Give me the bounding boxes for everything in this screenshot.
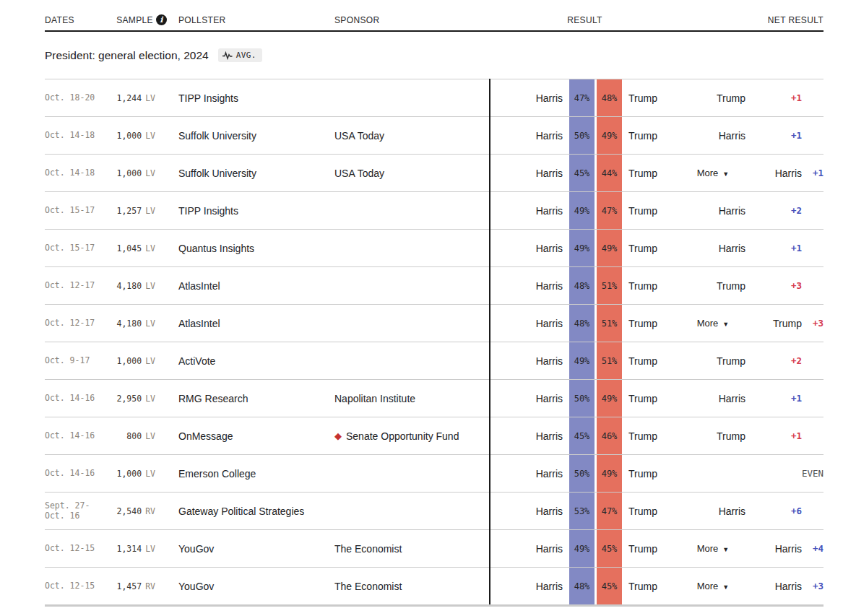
rep-result-cell: 51%: [597, 305, 622, 342]
rep-result-cell: 45%: [597, 530, 622, 567]
sample-type: RV: [145, 581, 155, 591]
dem-candidate-label: Harris: [489, 305, 569, 342]
pollster-name: TIPP Insights: [178, 79, 334, 116]
poll-dates: Oct. 15-17: [45, 230, 113, 266]
sponsor-name: ◆: [334, 493, 489, 529]
poll-sample: 1,000 LV: [113, 155, 155, 191]
sample-type: LV: [145, 93, 155, 103]
dem-candidate-label: Harris: [489, 455, 569, 492]
dem-result-cell: 45%: [569, 155, 595, 191]
sample-size: 1,045: [117, 243, 142, 253]
more-dropdown-button[interactable]: More ▼: [680, 530, 745, 567]
dem-result-cell: 50%: [569, 380, 595, 417]
sponsor-name: ◆ The Economist: [334, 568, 489, 604]
net-leader-label: Trump: [680, 342, 745, 379]
sample-size: 1,000: [117, 469, 142, 479]
dem-candidate-label: Harris: [489, 267, 569, 304]
sample-type: LV: [145, 281, 155, 291]
sample-size: 1,314: [117, 544, 142, 554]
table-header-row: DATES SAMPLE i POLLSTER SPONSOR RESULT N…: [45, 0, 823, 32]
sponsor-label: USA Today: [334, 168, 384, 179]
sample-size: 800: [126, 431, 142, 441]
sponsor-name: ◆: [334, 305, 489, 342]
poll-dates: Oct. 14-18: [45, 117, 113, 154]
poll-dates: Oct. 15-17: [45, 192, 113, 229]
table-row: Oct. 9-17 1,000 LV ActiVote ◆ Harris 49%…: [45, 342, 823, 379]
table-row: Oct. 14-18 1,000 LV Suffolk University ◆…: [45, 154, 823, 191]
rep-result-cell: 44%: [597, 155, 622, 191]
sponsor-name: ◆ The Economist: [334, 530, 489, 567]
sponsor-label: Napolitan Institute: [334, 393, 415, 404]
pollster-name: AtlasIntel: [178, 267, 334, 304]
table-row: Oct. 12-17 4,180 LV AtlasIntel ◆ Harris …: [45, 304, 823, 342]
more-dropdown-button[interactable]: More ▼: [680, 155, 745, 191]
rep-candidate-label: Trump: [622, 417, 680, 454]
net-margin-value: +3: [802, 568, 823, 604]
dem-result-cell: 49%: [569, 342, 595, 379]
pollster-name: Gateway Political Strategies: [178, 493, 334, 529]
net-margin-value: +3: [745, 267, 802, 304]
poll-sample: 1,000 LV: [113, 455, 155, 492]
result-divider-line: [489, 79, 490, 604]
sponsor-name: ◆ USA Today: [334, 117, 489, 154]
more-dropdown-button[interactable]: More ▼: [680, 568, 745, 604]
net-margin-value: +4: [802, 530, 823, 567]
rep-candidate-label: Trump: [622, 117, 680, 154]
sample-type: LV: [145, 243, 155, 253]
net-leader-label: Harris: [680, 493, 745, 529]
net-margin-value: +3: [802, 305, 823, 342]
column-header-pollster: POLLSTER: [178, 15, 334, 25]
net-margin-value: +1: [745, 380, 802, 417]
dem-candidate-label: Harris: [489, 192, 569, 229]
poll-sample: 1,457 RV: [113, 568, 155, 604]
sample-size: 1,457: [117, 581, 142, 591]
column-header-net-result: NET RESULT: [745, 15, 823, 25]
net-leader-label: Trump: [745, 305, 802, 342]
column-header-sample: SAMPLE i: [116, 14, 167, 25]
dem-result-cell: 48%: [569, 305, 595, 342]
sponsor-name: ◆: [334, 455, 489, 492]
poll-dates: Oct. 14-16: [45, 380, 113, 417]
poll-sample: 1,000 LV: [113, 117, 155, 154]
table-row: Oct. 12-17 4,180 LV AtlasIntel ◆ Harris …: [45, 266, 823, 304]
pollster-name: YouGov: [178, 530, 334, 567]
table-row: Oct. 15-17 1,045 LV Quantus Insights ◆ H…: [45, 229, 823, 266]
pollster-name: TIPP Insights: [178, 192, 334, 229]
chevron-down-icon: ▼: [722, 546, 729, 553]
dem-result-cell: 48%: [569, 568, 595, 604]
poll-dates: Oct. 12-15: [45, 530, 113, 567]
net-leader-label: Harris: [745, 530, 802, 567]
average-badge-label: AVG.: [236, 51, 256, 60]
pollster-name: Emerson College: [178, 455, 334, 492]
net-leader-label: Harris: [680, 230, 745, 266]
net-leader-label: Trump: [680, 417, 745, 454]
poll-sample: 1,045 LV: [113, 230, 155, 266]
dem-result-cell: 53%: [569, 493, 595, 529]
dem-result-cell: 49%: [569, 230, 595, 266]
more-dropdown-button[interactable]: More ▼: [680, 305, 745, 342]
net-margin-value: +2: [745, 192, 802, 229]
pollster-name: AtlasIntel: [178, 305, 334, 342]
sample-type: LV: [145, 469, 155, 479]
poll-dates: Oct. 18-20: [45, 79, 113, 116]
rep-result-cell: 48%: [597, 79, 622, 116]
rep-result-cell: 49%: [597, 455, 622, 492]
net-margin-value: +1: [745, 117, 802, 154]
poll-dates: Oct. 14-16: [45, 417, 113, 454]
poll-dates: Oct. 12-17: [45, 267, 113, 304]
net-leader-label: Trump: [680, 79, 745, 116]
rep-candidate-label: Trump: [622, 568, 680, 604]
table-row: Oct. 14-16 2,950 LV RMG Research ◆ Napol…: [45, 379, 823, 417]
rep-candidate-label: Trump: [622, 155, 680, 191]
info-icon[interactable]: i: [156, 14, 167, 25]
chevron-down-icon: ▼: [722, 170, 729, 178]
table-row: Oct. 14-16 800 LV OnMessage ◆ Senate Opp…: [45, 417, 823, 454]
dem-result-cell: 50%: [569, 117, 595, 154]
more-label: More: [697, 543, 719, 554]
rep-result-cell: 46%: [597, 417, 622, 454]
sponsor-name: ◆ USA Today: [334, 155, 489, 191]
net-margin-value: +6: [745, 493, 802, 529]
dem-candidate-label: Harris: [489, 117, 569, 154]
rep-candidate-label: Trump: [622, 267, 680, 304]
sample-type: RV: [145, 506, 155, 516]
